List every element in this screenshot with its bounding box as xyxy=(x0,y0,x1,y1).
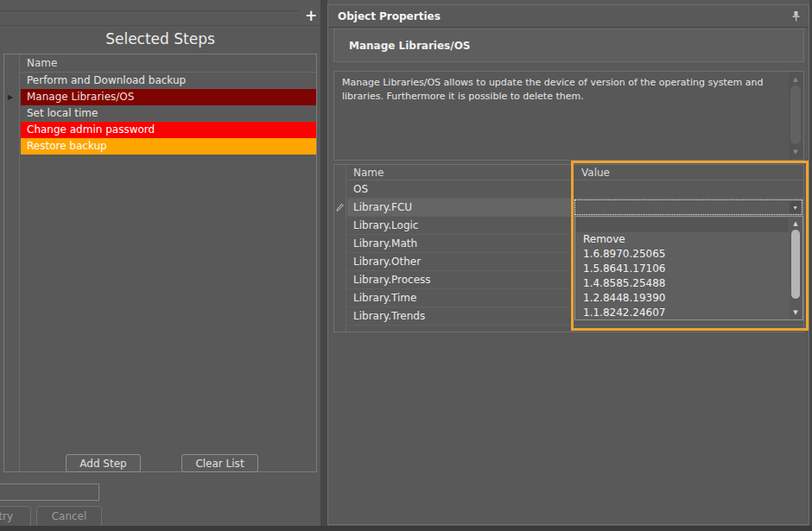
application-window: + Selected Steps ▶ Name Perform and Down… xyxy=(0,0,812,531)
scroll-up-icon[interactable]: ▲ xyxy=(790,220,802,227)
step-label: Manage Libraries/OS xyxy=(27,91,134,103)
dropdown-item[interactable]: 1.4.8585.25488 xyxy=(576,276,789,291)
dropdown-item-label: 1.6.8970.25065 xyxy=(583,248,665,260)
property-name: Library.Logic xyxy=(353,219,418,231)
dropdown-item[interactable]: 1.6.8970.25065 xyxy=(576,247,789,262)
dropdown-item-label: Remove xyxy=(583,233,625,245)
window-bottom-edge xyxy=(0,526,812,531)
step-row-warning[interactable]: Restore backup xyxy=(21,138,316,155)
pin-icon[interactable] xyxy=(791,10,801,22)
steps-header-row: Name xyxy=(21,54,316,73)
retry-label: try xyxy=(0,510,13,522)
scrollbar-thumb[interactable] xyxy=(790,85,801,144)
selected-steps-title: Selected Steps xyxy=(0,30,320,47)
property-name: Library.Time xyxy=(353,292,416,304)
dropdown-item-label: 1.5.8641.17106 xyxy=(583,262,665,275)
clear-list-button[interactable]: Clear List xyxy=(181,454,258,472)
step-row[interactable]: Perform and Download backup xyxy=(21,73,316,89)
steps-header-label: Name xyxy=(27,57,57,69)
version-dropdown-list: Remove 1.6.8970.25065 1.5.8641.17106 1.4… xyxy=(574,216,803,320)
plus-icon: + xyxy=(305,7,317,24)
object-description-text: Manage Libraries/OS allows to update the… xyxy=(334,72,803,104)
add-panel-button[interactable]: + xyxy=(302,7,320,24)
properties-row-gutter xyxy=(334,165,346,332)
cancel-label: Cancel xyxy=(52,510,87,522)
step-label: Restore backup xyxy=(27,140,107,152)
divider xyxy=(0,25,320,26)
property-name: Library.FCU xyxy=(353,201,412,213)
property-name: Library.Process xyxy=(353,274,431,286)
scroll-down-icon[interactable]: ▼ xyxy=(790,309,802,316)
step-label: Set local time xyxy=(27,107,98,119)
library-fcu-value-combobox[interactable]: ▾ xyxy=(574,199,802,215)
dropdown-item-label: 1.1.8242.24607 xyxy=(583,307,665,319)
object-title-box: Manage Libraries/OS xyxy=(333,28,804,62)
property-name: Library.Math xyxy=(353,237,417,250)
retry-button[interactable]: try xyxy=(0,506,31,527)
object-title-label: Manage Libraries/OS xyxy=(349,40,471,52)
object-description-box: Manage Libraries/OS allows to update the… xyxy=(333,71,804,161)
step-label: Perform and Download backup xyxy=(27,74,186,86)
pencil-icon xyxy=(335,202,345,215)
chevron-down-icon: ▾ xyxy=(793,204,796,212)
column-separator[interactable] xyxy=(573,165,574,332)
dropdown-item[interactable] xyxy=(576,218,789,232)
step-name-input[interactable] xyxy=(0,484,99,501)
property-row[interactable]: OS xyxy=(347,180,803,199)
value-column-header: Value xyxy=(581,165,610,180)
row-gutter: ▶ xyxy=(4,54,20,471)
dropdown-item-label: 1.2.8448.19390 xyxy=(583,292,665,304)
step-label: Change admin password xyxy=(27,123,155,136)
panel-splitter[interactable] xyxy=(320,0,327,526)
properties-header-row: Name Value xyxy=(347,165,803,180)
scroll-up-icon[interactable]: ▲ xyxy=(789,75,802,84)
step-row-error[interactable]: Change admin password xyxy=(21,122,316,138)
object-properties-title: Object Properties xyxy=(338,10,441,22)
description-scrollbar[interactable]: ▲ ▼ xyxy=(789,73,802,159)
step-row[interactable]: Set local time xyxy=(21,105,316,122)
combobox-dropdown-button[interactable]: ▾ xyxy=(790,201,801,213)
property-name: Library.Other xyxy=(353,256,421,268)
steps-panel: + Selected Steps ▶ Name Perform and Down… xyxy=(0,0,320,526)
cancel-button[interactable]: Cancel xyxy=(36,506,102,527)
object-properties-header: Object Properties xyxy=(328,5,809,28)
add-step-button[interactable]: Add Step xyxy=(66,454,141,472)
dropdown-scrollbar[interactable]: ▲ ▼ xyxy=(790,218,802,319)
add-step-label: Add Step xyxy=(79,458,126,470)
divider xyxy=(0,10,301,11)
dropdown-item-label: 1.4.8585.25488 xyxy=(583,277,665,289)
dropdown-item[interactable]: Remove xyxy=(576,232,789,247)
dropdown-item[interactable]: 1.2.8448.19390 xyxy=(576,291,789,306)
dropdown-item[interactable]: 1.1.8242.24607 xyxy=(576,306,789,320)
clear-list-label: Clear List xyxy=(195,458,244,470)
name-column-header: Name xyxy=(353,165,384,180)
dropdown-item[interactable]: 1.5.8641.17106 xyxy=(576,262,789,276)
property-name: OS xyxy=(353,183,368,195)
property-name: Library.Trends xyxy=(353,310,425,322)
step-row-selected[interactable]: Manage Libraries/OS xyxy=(21,89,316,105)
selected-steps-table: ▶ Name Perform and Download backup Manag… xyxy=(3,54,317,472)
scroll-down-icon[interactable]: ▼ xyxy=(789,148,802,156)
scrollbar-thumb[interactable] xyxy=(791,230,800,299)
current-row-pointer-icon: ▶ xyxy=(8,89,13,105)
